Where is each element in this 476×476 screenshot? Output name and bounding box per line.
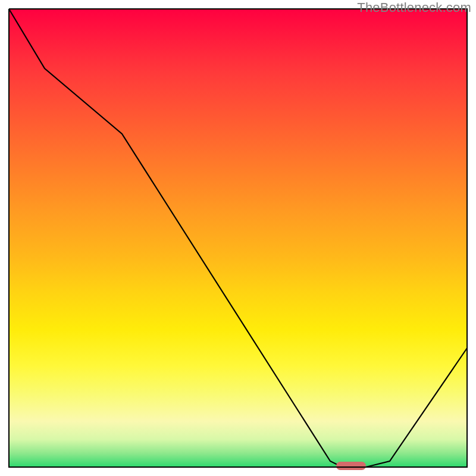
chart-root: TheBottleneck.com [0, 0, 476, 476]
optimal-range-marker [336, 462, 366, 470]
axis-bottom [9, 466, 467, 468]
watermark-text: TheBottleneck.com [357, 0, 471, 15]
axis-right [466, 9, 468, 468]
bottleneck-curve [9, 9, 467, 467]
axis-left [8, 9, 10, 468]
